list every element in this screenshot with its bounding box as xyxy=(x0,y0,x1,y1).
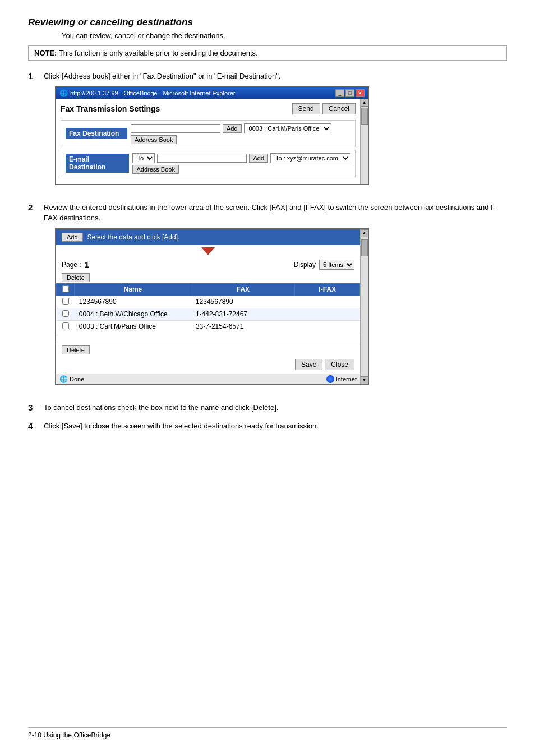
review-scroll-thumb[interactable] xyxy=(361,239,368,256)
row-ifax xyxy=(295,308,360,320)
review-panel: Add Select the data and click [Add]. Pag… xyxy=(55,228,369,385)
browser-title-area: 🌐 http://200.1.37.99 - OfficeBridge - Mi… xyxy=(59,89,236,97)
note-text: This function is only available prior to… xyxy=(59,49,258,57)
row-name: 1234567890 xyxy=(75,296,191,308)
col-header-name: Name xyxy=(75,283,191,296)
fax-dest-controls: Add 0003 : Carl.M/Paris Office Address B… xyxy=(131,123,350,144)
row-fax: 33-7-2154-6571 xyxy=(191,320,295,333)
email-address-book-button[interactable]: Address Book xyxy=(132,165,178,174)
row-checkbox[interactable] xyxy=(62,322,69,329)
email-destination-label: E-mail Destination xyxy=(66,154,129,173)
fax-destination-row: Fax Destination Add 0003 : Carl.M/Paris … xyxy=(61,120,356,147)
internet-text: Internet xyxy=(336,376,357,382)
row-checkbox[interactable] xyxy=(62,310,69,317)
done-icon: 🌐 xyxy=(59,375,68,383)
review-scroll-down[interactable]: ▼ xyxy=(361,376,368,384)
step-1-number: 1 xyxy=(28,71,44,81)
fax-destination-label: Fax Destination xyxy=(66,128,127,139)
page-controls: Page : 1 Display 5 Items xyxy=(56,257,360,272)
done-text: Done xyxy=(70,376,84,382)
step-1-text: Click [Address book] either in "Fax Dest… xyxy=(44,71,369,82)
row-fax: 1234567890 xyxy=(191,296,295,308)
email-dest-controls: To Add To : xyz@muratec.com Address Book xyxy=(132,153,350,174)
email-add-button[interactable]: Add xyxy=(249,154,268,163)
email-input[interactable] xyxy=(157,154,247,163)
browser-titlebar: 🌐 http://200.1.37.99 - OfficeBridge - Mi… xyxy=(56,87,368,99)
fax-number-input[interactable] xyxy=(131,124,220,133)
maximize-btn[interactable]: □ xyxy=(345,89,354,97)
browser-body: Fax Transmission Settings Send Cancel Fa… xyxy=(56,99,360,184)
browser-window: 🌐 http://200.1.37.99 - OfficeBridge - Mi… xyxy=(55,86,369,185)
page-title: Reviewing or canceling destinations xyxy=(28,17,507,28)
send-button[interactable]: Send xyxy=(292,103,320,114)
to-select[interactable]: To xyxy=(132,153,155,163)
delete-button-top[interactable]: Delete xyxy=(62,273,90,282)
col-header-ifax: I-FAX xyxy=(295,283,360,296)
table-row: 0004 : Beth.W/Chicago Office1-442-831-72… xyxy=(57,308,360,320)
step-2: 2 Review the entered destinations in the… xyxy=(28,202,507,394)
save-button[interactable]: Save xyxy=(295,359,322,370)
note-box: NOTE: This function is only available pr… xyxy=(28,45,507,61)
step-2-number: 2 xyxy=(28,202,44,212)
minimize-btn[interactable]: _ xyxy=(335,89,344,97)
fax-header: Fax Transmission Settings Send Cancel xyxy=(61,103,356,114)
scroll-up-arrow[interactable]: ▲ xyxy=(361,99,368,107)
browser-scrollbar[interactable]: ▲ xyxy=(360,99,368,184)
note-label: NOTE: xyxy=(34,49,57,57)
destinations-table: Name FAX I-FAX 123456789012345678900004 … xyxy=(56,283,360,333)
globe-icon xyxy=(326,375,334,383)
col-header-fax: FAX xyxy=(191,283,295,296)
down-arrow xyxy=(201,247,215,255)
display-label: Display xyxy=(294,261,316,269)
fax-add-button[interactable]: Add xyxy=(223,124,242,133)
arrow-area xyxy=(56,245,360,257)
page-subtitle: You can review, cancel or change the des… xyxy=(62,31,507,40)
status-internet: Internet xyxy=(326,375,357,383)
row-ifax xyxy=(295,296,360,308)
page-number: 1 xyxy=(85,260,89,269)
step-1: 1 Click [Address book] either in "Fax De… xyxy=(28,71,507,194)
fax-address-book-button[interactable]: Address Book xyxy=(131,135,177,144)
select-all-checkbox[interactable] xyxy=(62,285,69,292)
review-scrollbar[interactable]: ▲ ▼ xyxy=(360,229,368,384)
row-name: 0004 : Beth.W/Chicago Office xyxy=(75,308,191,320)
step-4-number: 4 xyxy=(28,421,44,431)
step-4: 4 Click [Save] to close the screen with … xyxy=(28,421,507,432)
row-ifax xyxy=(295,320,360,333)
delete-button-bottom[interactable]: Delete xyxy=(62,345,90,354)
page-label: Page : xyxy=(62,261,81,269)
close-btn[interactable]: ✕ xyxy=(356,89,365,97)
table-row: 0003 : Carl.M/Paris Office33-7-2154-6571 xyxy=(57,320,360,333)
row-checkbox[interactable] xyxy=(62,298,69,305)
fax-settings-title: Fax Transmission Settings xyxy=(61,104,160,113)
email-destination-row: E-mail Destination To Add To : xyz xyxy=(61,150,356,177)
footer-left: 2-10 Using the OfficeBridge xyxy=(28,731,110,739)
page-footer: 2-10 Using the OfficeBridge xyxy=(28,727,507,739)
browser-icon: 🌐 xyxy=(59,89,68,97)
browser-controls[interactable]: _ □ ✕ xyxy=(335,89,365,97)
scroll-thumb[interactable] xyxy=(361,108,368,125)
col-header-checkbox xyxy=(57,283,75,296)
close-button[interactable]: Close xyxy=(325,359,354,370)
items-select[interactable]: 5 Items xyxy=(319,260,354,270)
browser-title-text: http://200.1.37.99 - OfficeBridge - Micr… xyxy=(70,90,236,96)
statusbar: 🌐 Done Internet xyxy=(56,374,360,384)
fax-dropdown[interactable]: 0003 : Carl.M/Paris Office xyxy=(244,123,331,133)
add-instruction: Select the data and click [Add]. xyxy=(87,233,180,241)
table-row: 12345678901234567890 xyxy=(57,296,360,308)
step-2-text: Review the entered destinations in the l… xyxy=(44,202,507,224)
step-4-text: Click [Save] to close the screen with th… xyxy=(44,421,319,432)
row-fax: 1-442-831-72467 xyxy=(191,308,295,320)
row-name: 0003 : Carl.M/Paris Office xyxy=(75,320,191,333)
review-add-button[interactable]: Add xyxy=(62,233,83,242)
email-dropdown[interactable]: To : xyz@muratec.com xyxy=(270,153,350,163)
fax-header-buttons: Send Cancel xyxy=(292,103,356,114)
step-3-text: To cancel destinations check the box nex… xyxy=(44,402,278,413)
bottom-buttons: Save Close xyxy=(56,356,360,374)
review-add-bar: Add Select the data and click [Add]. xyxy=(56,229,360,245)
review-scroll-up[interactable]: ▲ xyxy=(361,229,368,237)
step-3-number: 3 xyxy=(28,402,44,412)
cancel-button[interactable]: Cancel xyxy=(322,103,356,114)
step-3: 3 To cancel destinations check the box n… xyxy=(28,402,507,413)
